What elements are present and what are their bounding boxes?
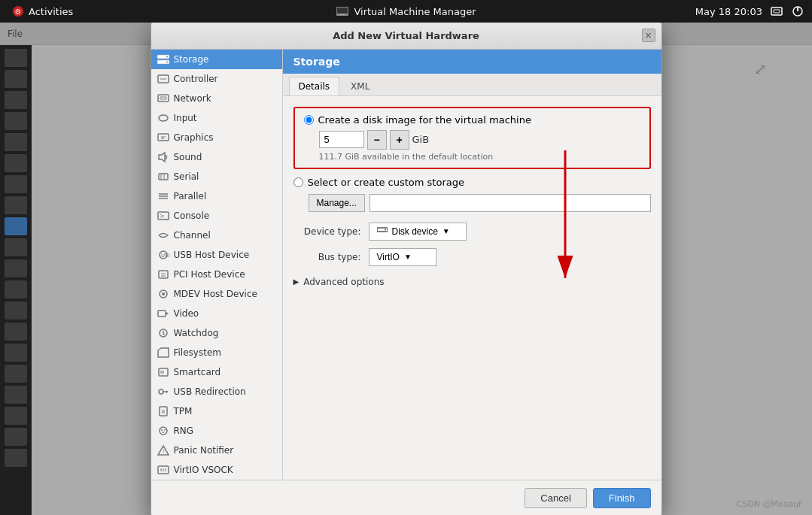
sidebar-item-controller-label: Controller: [174, 74, 218, 84]
usb-icon: USB: [157, 249, 169, 261]
sidebar-item-mdev-host-label: MDEV Host Device: [174, 289, 257, 299]
usbredirect-icon: [157, 386, 169, 398]
tabs-bar: Details XML: [283, 74, 661, 96]
sidebar-item-parallel[interactable]: Parallel: [151, 186, 282, 206]
device-type-label: Device type:: [293, 226, 361, 237]
custom-storage-label: Select or create custom storage: [308, 177, 464, 188]
storage-header: Storage: [283, 50, 661, 74]
right-panel: Storage Details XML: [283, 50, 661, 480]
topbar-right: May 18 20:03: [695, 5, 804, 18]
sidebar-item-tpm[interactable]: TPM: [151, 401, 282, 421]
channel-icon: [157, 229, 169, 241]
video-icon: [157, 307, 169, 320]
sidebar-item-sound-label: Sound: [174, 152, 202, 162]
sidebar-item-mdev-host[interactable]: MDEV Host Device: [151, 284, 282, 304]
sidebar-item-network-label: Network: [174, 93, 211, 104]
sidebar-item-storage-label: Storage: [174, 54, 209, 65]
disk-size-increase-button[interactable]: +: [390, 130, 409, 150]
sidebar-item-usb-host-label: USB Host Device: [174, 250, 250, 260]
bus-type-dropdown[interactable]: VirtIO ▼: [369, 248, 436, 266]
sidebar-item-pci-host-label: PCI Host Device: [174, 269, 245, 280]
svg-rect-32: [159, 271, 168, 278]
sidebar-item-filesystem[interactable]: Filesystem: [151, 343, 282, 362]
svg-text:USB: USB: [161, 253, 169, 259]
dialog-titlebar: Add New Virtual Hardware ×: [151, 23, 661, 50]
svg-text:!: !: [163, 449, 165, 455]
modal-overlay: Add New Virtual Hardware × Storage: [0, 23, 812, 515]
sidebar-item-usb-redirection[interactable]: USB Redirection: [151, 382, 282, 401]
manage-row: Manage...: [293, 194, 651, 212]
sidebar-item-graphics-label: Graphics: [174, 132, 214, 143]
create-disk-label: Create a disk image for the virtual mach…: [318, 114, 531, 126]
sidebar-item-network[interactable]: Network: [151, 89, 282, 108]
sidebar-item-controller[interactable]: Controller: [151, 69, 282, 89]
disk-size-row: − + GiB: [304, 130, 640, 150]
svg-rect-22: [159, 174, 168, 180]
sidebar-item-vsock[interactable]: VirtIO VSOCK: [151, 460, 282, 480]
svg-rect-48: [162, 410, 165, 414]
sound-icon: [157, 151, 169, 163]
svg-point-12: [166, 61, 168, 62]
topbar-left: ⚙ Activities: [8, 4, 78, 19]
create-disk-radio[interactable]: [304, 115, 314, 125]
sidebar-item-pci-host[interactable]: PCI Host Device: [151, 265, 282, 284]
power-icon[interactable]: [791, 5, 804, 18]
device-type-value: Disk device: [392, 226, 438, 237]
sidebar-item-serial-label: Serial: [174, 171, 199, 182]
create-disk-option-box: Create a disk image for the virtual mach…: [293, 107, 651, 169]
tpm-icon: [157, 405, 169, 417]
sidebar-item-channel[interactable]: Channel: [151, 226, 282, 245]
sidebar-item-sound[interactable]: Sound: [151, 147, 282, 167]
svg-text:⚙: ⚙: [15, 8, 22, 16]
svg-rect-37: [158, 311, 166, 317]
sidebar-item-storage[interactable]: Storage: [151, 50, 282, 69]
device-type-dropdown-arrow: ▼: [442, 227, 450, 235]
sidebar-item-serial[interactable]: Serial: [151, 167, 282, 186]
svg-rect-3: [336, 8, 347, 14]
sidebar-item-smartcard-label: Smartcard: [174, 367, 221, 377]
vm-manager-icon: [336, 7, 348, 16]
dialog-close-button[interactable]: ×: [642, 29, 655, 42]
sidebar-item-console[interactable]: >_ Console: [151, 206, 282, 226]
tab-xml[interactable]: XML: [341, 77, 379, 95]
sidebar-item-panic[interactable]: ! Panic Notifier: [151, 441, 282, 460]
svg-marker-46: [166, 390, 168, 393]
sidebar-item-usb-host[interactable]: USB USB Host Device: [151, 245, 282, 265]
sidebar-item-watchdog-label: Watchdog: [174, 328, 219, 338]
sidebar-item-input[interactable]: Input: [151, 108, 282, 128]
activities-button[interactable]: ⚙ Activities: [8, 4, 78, 19]
network-status-icon: [770, 5, 783, 18]
svg-rect-43: [160, 371, 164, 374]
topbar: ⚙ Activities Virtual Machine Manager May…: [0, 0, 812, 23]
sidebar-item-smartcard[interactable]: Smartcard: [151, 362, 282, 382]
sidebar-item-watchdog[interactable]: Watchdog: [151, 323, 282, 343]
sidebar-item-video[interactable]: Video: [151, 304, 282, 323]
storage-icon: [157, 53, 169, 65]
svg-point-17: [159, 115, 168, 121]
finish-button[interactable]: Finish: [593, 488, 651, 508]
cancel-button[interactable]: Cancel: [525, 488, 586, 508]
available-space-text: 111.7 GiB available in the default locat…: [304, 152, 640, 162]
sidebar-item-channel-label: Channel: [174, 230, 211, 241]
svg-marker-21: [159, 153, 165, 162]
disk-size-decrease-button[interactable]: −: [367, 130, 387, 150]
manage-button[interactable]: Manage...: [309, 194, 365, 212]
device-type-dropdown[interactable]: Disk device ▼: [369, 223, 467, 241]
sidebar-item-filesystem-label: Filesystem: [174, 347, 221, 358]
parallel-icon: [157, 190, 169, 202]
sidebar-item-input-label: Input: [174, 113, 197, 123]
disk-size-input[interactable]: [319, 131, 364, 148]
bus-type-value: VirtIO: [377, 252, 400, 262]
custom-storage-radio[interactable]: [293, 177, 303, 187]
advanced-options-row[interactable]: ▶ Advanced options: [293, 274, 651, 290]
app-label: Virtual Machine Manager: [354, 6, 476, 17]
svg-point-50: [161, 429, 163, 431]
sidebar-item-usb-redirection-label: USB Redirection: [174, 386, 246, 397]
storage-path-input[interactable]: [370, 194, 651, 212]
sidebar-item-panic-label: Panic Notifier: [174, 445, 234, 456]
tab-details[interactable]: Details: [289, 77, 340, 95]
sidebar-item-console-label: Console: [174, 211, 210, 221]
sidebar-item-rng[interactable]: RNG: [151, 421, 282, 441]
sidebar-item-graphics[interactable]: Graphics: [151, 128, 282, 147]
svg-rect-16: [160, 97, 166, 99]
